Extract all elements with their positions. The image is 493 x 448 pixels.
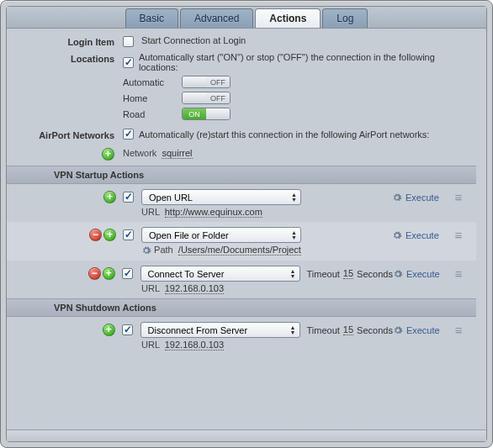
shutdown-execute-0[interactable]: Execute	[393, 325, 449, 335]
airport-add-button[interactable]: +	[102, 148, 114, 161]
caret-icon: ▲▼	[291, 230, 297, 240]
timeout-label: Timeout	[307, 325, 340, 335]
gear-icon	[392, 192, 402, 203]
startup-val-2[interactable]: 192.168.0.103	[165, 283, 224, 294]
startup-del-2[interactable]: −	[88, 267, 101, 280]
startup-enable-2[interactable]	[122, 268, 133, 279]
airport-checkbox[interactable]	[123, 129, 134, 140]
startup-timeout-2[interactable]: 15	[343, 268, 353, 279]
shutdown-timeout-0[interactable]: 15	[343, 324, 353, 335]
timeout-unit: Seconds	[357, 325, 393, 335]
airport-label: AirPort Networks	[7, 129, 123, 140]
gear-icon[interactable]	[141, 245, 151, 256]
shutdown-add-0[interactable]: +	[103, 324, 115, 336]
locations-label: Locations	[7, 52, 123, 64]
startup-val-0[interactable]: http://www.equinux.com	[165, 207, 262, 218]
airport-network-key: Network	[123, 148, 156, 158]
startup-header: VPN Startup Actions	[7, 166, 476, 184]
location-toggle-0[interactable]: OFF	[182, 76, 231, 88]
startup-key-2: URL	[141, 283, 160, 293]
drag-handle-icon[interactable]: ≡	[449, 266, 468, 281]
drag-handle-icon[interactable]: ≡	[449, 190, 468, 204]
airport-network-value[interactable]: squirrel	[162, 148, 192, 159]
startup-val-1[interactable]: /Users/me/Documents/Project	[178, 245, 301, 256]
login-checkbox[interactable]	[123, 36, 134, 47]
shutdown-type-0[interactable]: Disconnect From Server ▲▼	[140, 322, 300, 338]
startup-type-1[interactable]: Open File or Folder ▲▼	[141, 227, 301, 243]
location-name-2: Road	[123, 109, 182, 119]
startup-key-0: URL	[141, 207, 160, 217]
drag-handle-icon[interactable]: ≡	[449, 228, 468, 242]
gear-icon	[393, 269, 403, 279]
location-toggle-1[interactable]: OFF	[182, 92, 231, 104]
shutdown-enable-0[interactable]	[122, 324, 133, 335]
startup-add-2[interactable]: +	[103, 267, 115, 280]
shutdown-header: VPN Shutdown Actions	[7, 298, 476, 317]
startup-enable-1[interactable]	[123, 229, 134, 240]
timeout-unit: Seconds	[357, 269, 393, 279]
caret-icon: ▲▼	[290, 325, 296, 335]
startup-execute-2[interactable]: Execute	[393, 269, 449, 279]
airport-text: Automatically (re)start this connection …	[139, 129, 429, 140]
startup-key-1: Path	[154, 245, 173, 255]
startup-type-2[interactable]: Connect To Server ▲▼	[140, 266, 300, 282]
location-name-0: Automatic	[123, 77, 182, 87]
drag-handle-icon[interactable]: ≡	[449, 323, 468, 337]
tab-basic[interactable]: Basic	[125, 8, 178, 28]
gear-icon	[392, 230, 402, 240]
startup-execute-0[interactable]: Execute	[392, 192, 449, 203]
location-toggle-2[interactable]: ON	[182, 108, 231, 120]
footer-bar	[7, 430, 486, 441]
locations-text: Automatically start ("ON") or stop ("OFF…	[139, 52, 476, 72]
location-name-1: Home	[123, 93, 182, 103]
caret-icon: ▲▼	[290, 269, 296, 279]
startup-del-1[interactable]: −	[89, 229, 102, 241]
tab-log[interactable]: Log	[322, 8, 368, 28]
gear-icon	[393, 325, 403, 335]
login-text: Start Connection at Login	[141, 35, 246, 45]
shutdown-key-0: URL	[141, 340, 160, 350]
tabbar: Basic Advanced Actions Log	[7, 7, 486, 29]
content-area: Login Item Start Connection at Login Loc…	[7, 29, 486, 430]
locations-checkbox[interactable]	[123, 57, 134, 68]
caret-icon: ▲▼	[291, 192, 297, 203]
startup-add-1[interactable]: +	[103, 229, 116, 241]
startup-enable-0[interactable]	[123, 192, 134, 203]
startup-type-0[interactable]: Open URL ▲▼	[141, 189, 301, 205]
startup-execute-1[interactable]: Execute	[392, 230, 449, 240]
tab-actions[interactable]: Actions	[255, 8, 321, 28]
login-label: Login Item	[7, 35, 123, 47]
shutdown-val-0[interactable]: 192.168.0.103	[165, 340, 224, 350]
startup-add-0[interactable]: +	[103, 191, 116, 203]
timeout-label: Timeout	[307, 269, 340, 279]
tab-advanced[interactable]: Advanced	[180, 8, 253, 28]
